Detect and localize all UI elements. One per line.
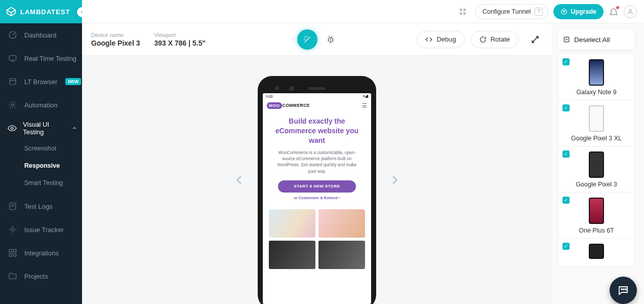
sidebar: LAMBDATEST Dashboard Real Time Testing L… (0, 0, 82, 304)
sidebar-item-issuetracker[interactable]: Issue Tracker (0, 218, 82, 241)
sidebar-item-label: Real Time Testing (24, 55, 76, 62)
svg-point-8 (11, 127, 13, 130)
debug-button[interactable]: Debug (417, 31, 464, 48)
svg-point-38 (623, 289, 624, 290)
svg-rect-3 (9, 56, 16, 60)
bug-button[interactable] (325, 33, 337, 46)
device-option-pixel3[interactable]: ✓ Google Pixel 3 (558, 146, 634, 193)
device-frame: 9:00 ▾◢▮ WOO COMMERCE ☰ Build exactly th… (258, 76, 376, 304)
deselect-all-label: Deselect All (574, 36, 610, 44)
notification-dot (616, 6, 620, 10)
sidebar-sub-smarttesting[interactable]: Smart Testing (0, 174, 82, 192)
sidebar-item-label: LT Browser (24, 78, 57, 86)
main-header: Device name Google Pixel 3 Viewport 393 … (82, 23, 552, 56)
checkbox-checked-icon[interactable]: ✓ (562, 104, 570, 111)
gallery (263, 203, 371, 269)
device-thumbnail (589, 105, 604, 132)
device-label: Galaxy Note 9 (576, 89, 616, 96)
apps-grid-icon[interactable] (459, 8, 467, 16)
visualui-icon (7, 123, 17, 134)
device-name-value: Google Pixel 3 (91, 39, 140, 47)
prev-device-button[interactable] (234, 174, 245, 185)
device-list[interactable]: ✓ Galaxy Note 9 ✓ Google Pixel 3 XL ✓ Go… (558, 54, 635, 267)
next-device-button[interactable] (389, 174, 400, 185)
sidebar-item-ltbrowser[interactable]: LT Browser NEW (0, 70, 82, 93)
status-bar: 9:00 ▾◢▮ (263, 93, 371, 99)
capture-button[interactable] (297, 29, 317, 50)
device-label: Google Pixel 3 (576, 181, 617, 188)
svg-line-30 (328, 39, 329, 39)
device-panel: Deselect All ✓ Galaxy Note 9 ✓ Google Pi… (558, 29, 635, 304)
svg-rect-19 (9, 254, 12, 256)
svg-line-33 (333, 41, 334, 41)
hero-sublink[interactable]: or Customize & Extend › (270, 196, 364, 200)
sidebar-item-realtime[interactable]: Real Time Testing (0, 47, 82, 70)
sidebar-item-projects[interactable]: Projects (0, 264, 82, 288)
upgrade-button[interactable]: Upgrade (553, 4, 603, 19)
user-avatar[interactable] (624, 5, 637, 18)
svg-point-7 (12, 104, 14, 106)
checkbox-checked-icon[interactable]: ✓ (562, 58, 570, 65)
notifications-icon[interactable] (609, 7, 619, 17)
svg-rect-20 (14, 254, 16, 256)
viewport-label: Viewport (154, 32, 206, 38)
sidebar-item-dashboard[interactable]: Dashboard (0, 23, 82, 47)
header-right-actions: Debug Rotate (417, 31, 543, 48)
site-header: WOO COMMERCE ☰ (263, 99, 371, 111)
svg-rect-18 (14, 249, 16, 252)
rotate-button[interactable]: Rotate (471, 31, 518, 48)
center-actions (259, 24, 375, 55)
sidebar-sub-responsive[interactable]: Responsive (0, 157, 82, 174)
svg-point-39 (625, 289, 626, 290)
chat-fab[interactable] (610, 277, 637, 304)
device-thumbnail (589, 244, 604, 259)
status-time: 9:00 (266, 95, 273, 98)
expand-icon[interactable] (528, 32, 543, 47)
sidebar-item-label: Test Logs (24, 203, 53, 210)
preview-stage: 9:00 ▾◢▮ WOO COMMERCE ☰ Build exactly th… (82, 56, 552, 304)
device-option-more[interactable]: ✓ (558, 239, 634, 266)
checkbox-checked-icon[interactable]: ✓ (562, 197, 570, 204)
viewport-block: Viewport 393 X 786 | 5.5" (154, 32, 206, 47)
ltbrowser-icon (7, 76, 18, 87)
sidebar-sub-screenshot[interactable]: Screenshot (0, 140, 82, 157)
svg-line-34 (532, 36, 538, 43)
device-screen[interactable]: 9:00 ▾◢▮ WOO COMMERCE ☰ Build exactly th… (263, 93, 371, 304)
device-thumbnail (589, 151, 604, 178)
checkbox-checked-icon[interactable]: ✓ (562, 243, 570, 250)
tunnel-label: Configure Tunnel (482, 8, 531, 15)
issuetracker-icon (7, 224, 18, 235)
deselect-all-button[interactable]: Deselect All (558, 29, 635, 50)
upgrade-label: Upgrade (571, 8, 596, 15)
brand-text: LAMBDATEST (20, 8, 70, 16)
svg-rect-21 (460, 9, 462, 11)
sidebar-item-automation[interactable]: Automation (0, 93, 82, 117)
brand-bar[interactable]: LAMBDATEST (0, 0, 82, 23)
gallery-thumb (318, 209, 365, 238)
device-option-pixel3xl[interactable]: ✓ Google Pixel 3 XL (558, 100, 634, 146)
device-option-galaxynote9[interactable]: ✓ Galaxy Note 9 (558, 54, 634, 100)
gallery-thumb (269, 241, 315, 269)
device-label: One Plus 6T (579, 227, 614, 234)
hero-title: Build exactly the eCommerce website you … (270, 117, 364, 145)
svg-rect-5 (10, 79, 16, 85)
logo-bubble: WOO (267, 102, 282, 109)
svg-point-37 (621, 289, 622, 290)
help-icon[interactable]: ? (535, 8, 543, 16)
svg-rect-23 (460, 12, 462, 15)
sidebar-item-label: Automation (24, 101, 58, 109)
sidebar-item-label: Projects (24, 273, 48, 280)
svg-point-12 (11, 228, 14, 231)
new-badge: NEW (65, 78, 81, 85)
menu-icon[interactable]: ☰ (362, 102, 367, 109)
hero-description: WooCommerce is a customizable, open-sour… (270, 149, 364, 174)
checkbox-checked-icon[interactable]: ✓ (562, 150, 570, 158)
configure-tunnel-button[interactable]: Configure Tunnel ? (475, 4, 548, 19)
start-store-button[interactable]: START A NEW STORE (278, 180, 356, 193)
device-option-oneplus6t[interactable]: ✓ One Plus 6T (558, 193, 634, 239)
realtime-icon (7, 53, 18, 64)
logo-text: COMMERCE (283, 103, 310, 108)
sidebar-item-testlogs[interactable]: Test Logs (0, 195, 82, 218)
sidebar-item-integrations[interactable]: Integrations (0, 241, 82, 264)
sidebar-item-visualui[interactable]: Visual UI Testing (0, 117, 82, 140)
